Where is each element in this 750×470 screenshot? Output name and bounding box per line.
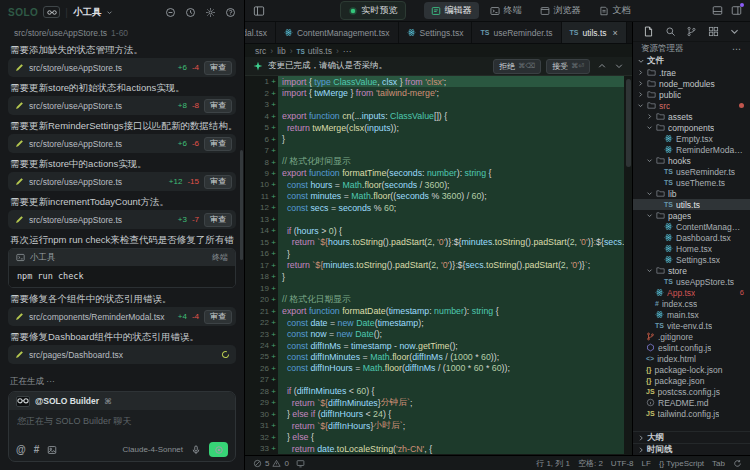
review-button[interactable]: 审查 [204, 137, 232, 151]
prev-change-icon[interactable] [597, 61, 607, 71]
code-line[interactable]: 32+ } else { [245, 432, 624, 443]
code-line-content[interactable]: const secs = seconds % 60; [278, 202, 624, 213]
code-line-content[interactable]: return `${diffInMinutes}分钟后`; [278, 397, 624, 408]
code-line-content[interactable]: } else if (diffInHours < 24) { [278, 409, 624, 420]
explorer-file-store[interactable]: store [633, 265, 750, 276]
code-line[interactable]: 6+} [245, 133, 624, 144]
breadcrumb-item[interactable]: lib [277, 46, 286, 56]
close-icon[interactable]: × [613, 28, 618, 38]
explorer-file-components[interactable]: components [633, 122, 750, 133]
new-chat-icon[interactable] [165, 7, 176, 18]
explorer-file-.trae[interactable]: .trae [633, 67, 750, 78]
code-line-content[interactable]: const minutes = Math.floor((seconds % 36… [278, 191, 624, 202]
mode-tab-编辑器[interactable]: 编辑器 [424, 2, 479, 19]
warnings-icon[interactable] [272, 459, 281, 468]
file-change-card[interactable]: src/pages/Dashboard.tsx [8, 345, 236, 364]
code-line-content[interactable]: return `${minutes.toString().padStart(2,… [278, 260, 624, 271]
code-line[interactable]: 4+export function cn(...inputs: ClassVal… [245, 110, 624, 121]
review-button[interactable]: 审查 [204, 61, 232, 75]
file-change-card[interactable]: src/store/useAppStore.ts+6-6审查 [8, 134, 236, 153]
code-line[interactable]: 33+ return date.toLocaleString('zh-CN', … [245, 443, 624, 454]
code-line[interactable]: 7+ [245, 145, 624, 156]
timeline-section-header[interactable]: 时间线 [633, 443, 750, 455]
explorer-file-App.tsx[interactable]: App.tsx6 [633, 287, 750, 298]
code-line[interactable]: 16+ } [245, 248, 624, 259]
errors-icon[interactable] [253, 459, 262, 468]
explorer-file-node_modules[interactable]: node_modules [633, 78, 750, 89]
explorer-file-useTheme.ts[interactable]: TSuseTheme.ts [633, 177, 750, 188]
mention-icon[interactable]: @ [16, 445, 26, 455]
chevron-down-icon[interactable] [729, 26, 740, 37]
code-line[interactable]: 18+} [245, 271, 624, 282]
code-line[interactable]: 29+ return `${diffInMinutes}分钟后`; [245, 397, 624, 408]
editor-tab-Settings.tsx[interactable]: Settings.tsx [399, 22, 473, 43]
editor-tab-useReminder.ts[interactable]: TSuseReminder.ts [472, 22, 561, 43]
code-line[interactable]: 1+import { type ClassValue, clsx } from … [245, 76, 624, 87]
error-count[interactable]: 5 [265, 459, 269, 468]
chevron-down-icon[interactable] [106, 9, 113, 16]
code-line-content[interactable]: export function formatTime(seconds: numb… [278, 168, 624, 179]
code-line[interactable]: 10+ const hours = Math.floor(seconds / 3… [245, 179, 624, 190]
image-attach-icon[interactable] [47, 445, 57, 455]
explorer-file-useAppStore.ts[interactable]: TSuseAppStore.ts [633, 276, 750, 287]
next-change-icon[interactable] [614, 61, 624, 71]
explorer-file-vite-env.d.ts[interactable]: TSvite-env.d.ts [633, 320, 750, 331]
editor-tab-erModal.tsx[interactable]: erModal.tsx [245, 22, 276, 43]
terminal-card[interactable]: 小工具终端npm run check [8, 248, 236, 288]
reject-button[interactable]: 拒绝⌘⌫ [493, 59, 541, 74]
breadcrumb-item[interactable]: ⋯ [343, 46, 352, 56]
code-line-content[interactable]: // 格式化日期显示 [278, 294, 624, 305]
explorer-file-public[interactable]: public [633, 89, 750, 100]
code-line-content[interactable]: const date = new Date(timestamp); [278, 317, 624, 328]
file-change-card[interactable]: src/store/useAppStore.ts+8-8审查 [8, 96, 236, 115]
explorer-file-hooks[interactable]: hooks [633, 155, 750, 166]
collapse-sidebar-icon[interactable] [253, 5, 265, 17]
code-line-content[interactable] [278, 214, 624, 225]
warning-count[interactable]: 0 [284, 459, 288, 468]
statusbar-utf-8[interactable]: UTF-8 [611, 459, 634, 468]
file-change-card[interactable]: src/store/useAppStore.ts+6-4审查 [8, 58, 236, 77]
mode-tab-终端[interactable]: 终端 [483, 2, 529, 19]
code-line-content[interactable]: export function formatDate(timestamp: nu… [278, 305, 624, 316]
code-line[interactable]: 25+ const diffInMinutes = Math.floor(dif… [245, 351, 624, 362]
help-icon[interactable] [225, 7, 236, 18]
code-line[interactable]: 12+ const secs = seconds % 60; [245, 202, 624, 213]
send-stop-button[interactable] [209, 442, 228, 457]
explorer-file-Dashboard.tsx[interactable]: Dashboard.tsx [633, 232, 750, 243]
code-line-content[interactable]: } [278, 133, 624, 144]
git-branch-icon[interactable] [686, 26, 697, 37]
code-line-content[interactable]: const diffInHours = Math.floor(diffInMs … [278, 363, 624, 374]
file-change-card[interactable]: src/store/useAppStore.ts+3-7审查 [8, 210, 236, 229]
code-line[interactable]: 24+ const diffInMs = timestamp - now.get… [245, 340, 624, 351]
explorer-file-main.tsx[interactable]: main.tsx [633, 309, 750, 320]
code-line[interactable]: 23+ const now = new Date(); [245, 328, 624, 339]
workspace-name[interactable]: 小工具 [73, 6, 102, 19]
statusbar--1-1[interactable]: 行 1, 列 1 [536, 458, 570, 469]
explorer-file-Empty.tsx[interactable]: Empty.tsx [633, 133, 750, 144]
code-line[interactable]: 3+ [245, 99, 624, 110]
file-explorer-icon[interactable] [643, 26, 654, 37]
code-line[interactable]: 30+ } else if (diffInHours < 24) { [245, 409, 624, 420]
code-line-content[interactable]: } else { [278, 432, 624, 443]
code-line[interactable]: 27+ [245, 374, 624, 385]
panel-bottom-icon[interactable] [712, 5, 723, 16]
chat-scrollbar[interactable] [240, 150, 243, 260]
code-line-content[interactable]: // 格式化时间显示 [278, 156, 624, 167]
code-line[interactable]: 9+export function formatTime(seconds: nu… [245, 168, 624, 179]
code-line-content[interactable]: if (hours > 0) { [278, 225, 624, 236]
code-line-content[interactable]: return twMerge(clsx(inputs)); [278, 122, 624, 133]
file-change-card[interactable]: src/components/ReminderModal.tsx+4-4审查 [8, 307, 236, 326]
explorer-file-.gitignore[interactable]: .gitignore [633, 331, 750, 342]
code-line-content[interactable]: const hours = Math.floor(seconds / 3600)… [278, 179, 624, 190]
code-line-content[interactable] [278, 145, 624, 156]
statusbar-lf[interactable]: LF [642, 459, 651, 468]
code-line-content[interactable]: } [278, 271, 624, 282]
code-line[interactable]: 31+ return `${diffInHours}小时后`; [245, 420, 624, 431]
code-line-content[interactable]: export function cn(...inputs: ClassValue… [278, 110, 624, 121]
code-line-content[interactable]: const diffInMs = timestamp - now.getTime… [278, 340, 624, 351]
extensions-grid-icon[interactable] [708, 26, 719, 37]
breadcrumb-item[interactable]: TSutils.ts [297, 46, 332, 56]
explorer-file-ContentManagement.tsx[interactable]: ContentManagement.tsx [633, 221, 750, 232]
mode-tab-文档[interactable]: 文档 [592, 2, 638, 19]
explorer-file-src[interactable]: src [633, 100, 750, 111]
